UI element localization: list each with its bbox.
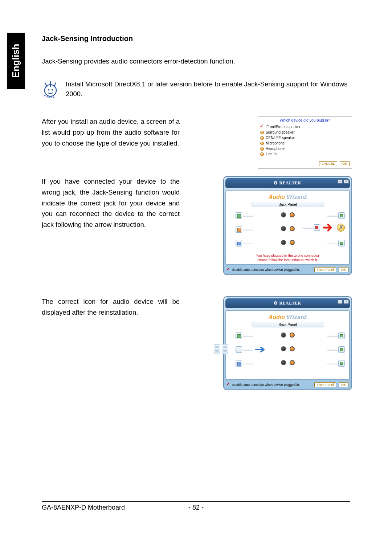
block1-image: Which device did you plug in? Front/Ster…	[187, 116, 352, 169]
note-icon: NOTE	[42, 81, 59, 98]
footer-doc-name: GA-8AENXP-D Motherboard	[42, 504, 125, 511]
opt-microphone[interactable]: Microphone	[260, 140, 350, 146]
page-footer: GA-8AENXP-D Motherboard - 82 -	[42, 501, 350, 511]
dialog-question: Which device did you plug in?	[260, 118, 350, 122]
plug-icon	[338, 212, 345, 219]
svg-point-1	[48, 89, 49, 90]
device-list-dialog: Which device did you plug in? Front/Ster…	[258, 116, 352, 169]
jack-icon	[281, 346, 286, 351]
plug-icon	[338, 360, 345, 367]
wizard-title-a: Audio	[269, 194, 285, 200]
row-wrong-jack: If you have connected your device to the…	[42, 176, 352, 275]
front-panel-button[interactable]: Front Panel	[314, 267, 336, 272]
wizard-subtitle: Back Panel	[252, 202, 324, 207]
minimize-icon[interactable]: –	[338, 179, 343, 184]
plug-icon	[236, 332, 242, 339]
dot-icon	[260, 131, 264, 134]
plug-icon	[338, 332, 345, 339]
jack-icon	[290, 240, 295, 245]
brand-label: ⚙ REALTEK	[274, 301, 301, 306]
wizard-title-a: Audio	[269, 314, 285, 320]
wizard-warning: You have plugged in the wrong connector …	[228, 253, 347, 262]
speaker-device-icon	[214, 344, 228, 354]
jack-icon	[281, 226, 286, 231]
close-icon[interactable]: ×	[344, 299, 349, 304]
row-correct-jack: The correct icon for audio device will b…	[42, 296, 352, 390]
wizard-title-b: Wizard	[287, 314, 307, 320]
jack-icon	[281, 240, 286, 245]
audio-wizard-correct: ⚙ REALTEK – × Audio Wizard Back Panel	[223, 296, 352, 390]
page-content: Jack-Sensing Introduction Jack-Sensing p…	[42, 34, 352, 390]
jack-icon	[290, 346, 295, 351]
minimize-icon[interactable]: –	[338, 299, 343, 304]
wizard-subtitle: Back Panel	[252, 322, 324, 327]
audio-wizard-wrong: ⚙ REALTEK – × Audio Wizard Back Panel	[223, 176, 352, 275]
jack-icon	[290, 332, 295, 338]
row-device-list: After you install an audio device, a scr…	[42, 116, 352, 169]
opt-label: Line In	[266, 152, 277, 156]
plug-icon	[338, 240, 345, 246]
opt-label: CEN/LFE speaker	[266, 136, 295, 140]
plug-icon	[236, 226, 242, 233]
enable-label: Enable auto detection when device plugge…	[232, 268, 300, 272]
wizard-body: Audio Wizard Back Panel	[225, 310, 350, 380]
cancel-button[interactable]: CANCEL	[319, 161, 338, 166]
check-icon	[260, 125, 265, 129]
jack-icon	[281, 212, 286, 217]
wizard-titlebar: ⚙ REALTEK – ×	[225, 178, 350, 188]
opt-label: Surround speaker	[266, 130, 295, 134]
block2-text: If you have connected your device to the…	[42, 176, 180, 230]
note-text: Install Microsoft DirectX8.1 or later ve…	[66, 79, 352, 99]
jack-diagram	[230, 330, 345, 372]
ok-button[interactable]: OK	[340, 161, 350, 166]
jack-diagram	[230, 210, 345, 252]
opt-line-in[interactable]: Line In	[260, 151, 350, 157]
close-icon[interactable]: ×	[344, 179, 349, 184]
enable-label: Enable auto detection when device plugge…	[232, 383, 300, 387]
opt-cen-lfe[interactable]: CEN/LFE speaker	[260, 135, 350, 140]
brand-label: ⚙ REALTEK	[274, 180, 301, 185]
enable-auto-detection[interactable]: Enable auto detection when device plugge…	[227, 268, 300, 272]
svg-text:NOTE: NOTE	[46, 95, 55, 98]
wizard-title-b: Wizard	[287, 194, 307, 200]
block3-text: The correct icon for audio device will b…	[42, 296, 180, 318]
ok-button[interactable]: OK	[339, 267, 348, 272]
intro-paragraph: Jack-Sensing provides audio connectors e…	[42, 57, 352, 66]
wrong-jack-icon	[337, 224, 345, 232]
footer-page-number: - 82 -	[188, 504, 204, 511]
wizard-footer: Enable auto detection when device plugge…	[225, 265, 350, 273]
checkmark-icon	[227, 383, 231, 387]
plug-icon	[236, 360, 242, 367]
wizard-title: Audio Wizard	[228, 313, 347, 321]
dot-icon	[260, 136, 264, 140]
plug-icon	[236, 212, 242, 219]
front-panel-button[interactable]: Front Panel	[314, 382, 336, 387]
arrow-icon	[255, 346, 265, 353]
opt-headphone[interactable]: Headphone	[260, 146, 350, 151]
checkmark-icon	[227, 268, 231, 272]
arrow-icon	[323, 223, 334, 232]
note-row: NOTE Install Microsoft DirectX8.1 or lat…	[42, 79, 352, 99]
opt-label: Microphone	[266, 141, 285, 145]
plug-icon	[236, 240, 242, 246]
enable-auto-detection[interactable]: Enable auto detection when device plugge…	[227, 383, 300, 387]
wizard-body: Audio Wizard Back Panel	[225, 190, 350, 265]
jack-icon	[290, 226, 295, 231]
wizard-footer: Enable auto detection when device plugge…	[225, 380, 350, 388]
language-tab: English	[7, 33, 25, 89]
ok-button[interactable]: OK	[339, 382, 348, 387]
jack-icon	[281, 360, 286, 365]
jack-icon	[281, 332, 286, 338]
opt-surround[interactable]: Surround speaker	[260, 130, 350, 135]
language-label: English	[11, 44, 22, 78]
svg-point-2	[52, 89, 53, 90]
jack-icon	[290, 360, 295, 365]
dot-icon	[260, 142, 264, 145]
wizard-titlebar: ⚙ REALTEK – ×	[225, 298, 350, 308]
plug-active-icon	[236, 346, 242, 353]
dot-icon	[260, 152, 264, 156]
dot-icon	[260, 147, 264, 151]
wizard-title: Audio Wizard	[228, 193, 347, 201]
opt-front-stereo[interactable]: Front/Stereo speaker	[260, 124, 350, 130]
block2-image: ⚙ REALTEK – × Audio Wizard Back Panel	[187, 176, 352, 275]
